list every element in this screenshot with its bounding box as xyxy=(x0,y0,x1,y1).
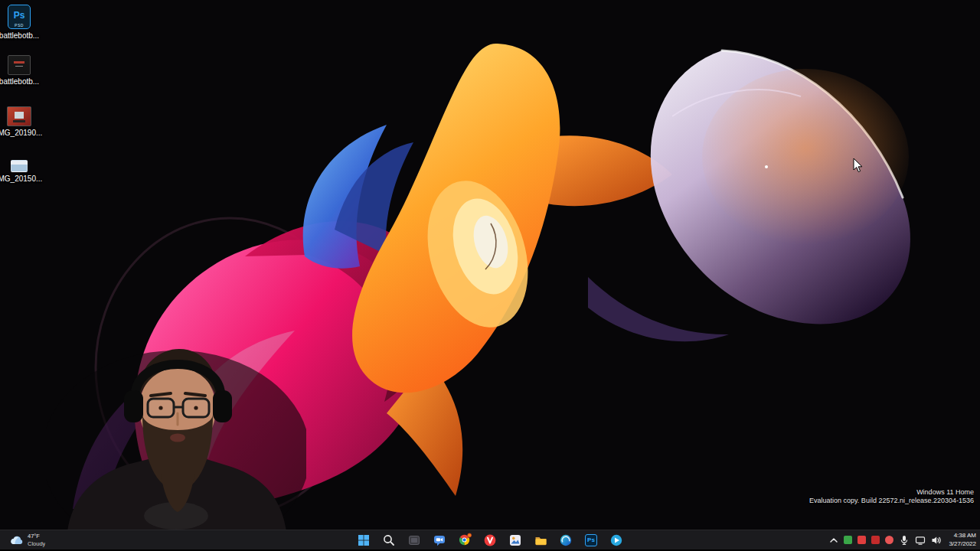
photoshop-glyph: Ps xyxy=(587,536,595,543)
desktop-icon-battlebot-file[interactable]: battlebotb... xyxy=(0,55,40,86)
taskbar-center-apps: Ps xyxy=(355,532,625,549)
desktop-icon-label: battlebotb... xyxy=(0,77,39,86)
photoshop-file-icon: Ps PSD xyxy=(8,5,31,29)
weather-text: 47°F Cloudy xyxy=(28,533,45,548)
edge-button[interactable] xyxy=(557,532,574,549)
psd-extension-label: PSD xyxy=(8,23,30,28)
microphone-tray-button[interactable] xyxy=(899,535,910,546)
chevron-up-icon xyxy=(829,536,838,544)
volume-button[interactable] xyxy=(931,535,942,546)
red-app-icon xyxy=(871,536,880,544)
vivaldi-button[interactable] xyxy=(482,532,498,549)
file-thumbnail-icon xyxy=(8,55,31,75)
file-explorer-icon xyxy=(534,534,547,546)
pinned-app-button[interactable] xyxy=(507,532,524,549)
hidden-icons-button[interactable] xyxy=(829,536,838,544)
desktop-icon-label: IMG_20190... xyxy=(0,129,42,137)
desktop-icon-label: IMG_20150... xyxy=(0,174,42,183)
weather-condition: Cloudy xyxy=(28,540,45,548)
webcam-overlay xyxy=(46,343,306,531)
pinned-app-icon xyxy=(509,534,521,546)
desktop-icon-label: battlebotb... xyxy=(0,31,39,40)
media-player-button[interactable] xyxy=(608,532,625,549)
taskbar: 47°F Cloudy xyxy=(0,530,980,549)
tray-app-red-2[interactable] xyxy=(871,536,880,544)
desktop-icon-img-20190[interactable]: IMG_20190... xyxy=(0,106,40,137)
cloud-icon xyxy=(10,535,24,545)
evaluation-watermark: Windows 11 Home Evaluation copy. Build 2… xyxy=(809,488,974,506)
tray-app-red-1[interactable] xyxy=(858,536,866,544)
chat-icon xyxy=(433,534,446,546)
speaker-icon xyxy=(931,535,942,546)
task-view-button[interactable] xyxy=(406,532,423,549)
system-tray: 4:38 AM 3/27/2022 xyxy=(829,530,976,549)
clock-date: 3/27/2022 xyxy=(949,540,976,549)
search-button[interactable] xyxy=(381,532,397,549)
task-view-icon xyxy=(408,534,420,546)
desktop-icon-battlebot-psd[interactable]: Ps PSD battlebotb... xyxy=(0,5,40,40)
vivaldi-icon xyxy=(484,534,496,546)
display-icon xyxy=(915,535,926,546)
media-player-icon xyxy=(610,534,622,546)
file-explorer-button[interactable] xyxy=(532,532,549,549)
weather-temp: 47°F xyxy=(28,533,40,540)
microphone-icon xyxy=(899,535,910,546)
mouse-cursor xyxy=(853,158,864,173)
edge-icon xyxy=(560,534,572,546)
image-thumbnail-icon xyxy=(11,160,28,172)
watermark-edition: Windows 11 Home xyxy=(809,488,974,497)
chrome-icon xyxy=(458,533,472,547)
watermark-build: Evaluation copy. Build 22572.ni_release.… xyxy=(809,497,974,505)
tray-app-red-3[interactable] xyxy=(885,536,893,544)
desktop-icon-img-20150[interactable]: IMG_20150... xyxy=(0,160,40,183)
input-indicator-button[interactable] xyxy=(915,535,926,546)
green-app-icon xyxy=(844,536,852,544)
image-thumbnail-icon xyxy=(7,106,31,126)
chrome-button[interactable] xyxy=(456,532,473,549)
screen: Ps PSD battlebotb... battlebotb... IMG_2… xyxy=(0,0,980,551)
photoshop-icon: Ps xyxy=(585,534,597,546)
search-icon xyxy=(383,534,395,546)
clock-time: 4:38 AM xyxy=(949,532,976,540)
weather-widget[interactable]: 47°F Cloudy xyxy=(7,530,48,549)
chat-button[interactable] xyxy=(431,532,448,549)
desktop: Ps PSD battlebotb... battlebotb... IMG_2… xyxy=(0,0,980,530)
windows-logo-icon xyxy=(358,534,370,546)
notification-badge xyxy=(467,533,471,537)
ps-glyph: Ps xyxy=(14,11,25,20)
red-app-icon xyxy=(858,536,866,544)
start-button[interactable] xyxy=(355,532,372,549)
photoshop-button[interactable]: Ps xyxy=(583,532,599,549)
clock[interactable]: 4:38 AM 3/27/2022 xyxy=(947,532,976,549)
tray-app-green[interactable] xyxy=(844,536,852,544)
red-app-icon xyxy=(885,536,893,544)
